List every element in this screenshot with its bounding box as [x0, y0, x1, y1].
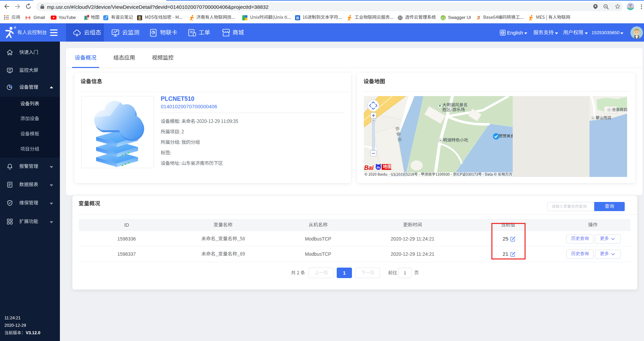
svg-text:{;}: {;} — [441, 16, 445, 20]
svg-text:Bai: Bai — [364, 164, 374, 171]
svg-text:B: B — [296, 16, 299, 20]
svg-text:du: du — [377, 166, 380, 169]
